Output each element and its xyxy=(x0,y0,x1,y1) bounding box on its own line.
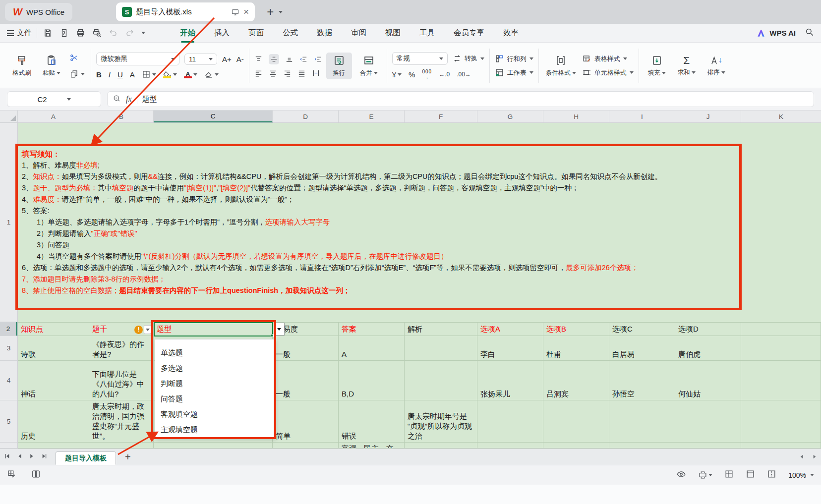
increase-indent-button[interactable] xyxy=(314,55,322,63)
cell-G4[interactable]: 张扬果儿 xyxy=(477,361,543,400)
print-area-icon[interactable] xyxy=(698,470,712,480)
dropdown-item-问答题[interactable]: 问答题 xyxy=(155,391,274,406)
decrease-indent-button[interactable] xyxy=(299,55,308,63)
font-color-button[interactable]: A xyxy=(184,71,197,78)
header-cell-I[interactable]: 选项C xyxy=(609,322,675,336)
cell-E3[interactable]: A xyxy=(339,336,405,361)
column-header-D[interactable]: D xyxy=(273,111,339,122)
header-dropdown-icon[interactable] xyxy=(144,325,151,334)
menu-tab-审阅[interactable]: 审阅 xyxy=(350,24,367,42)
next-sheet-icon[interactable] xyxy=(29,452,35,461)
warning-icon[interactable]: ! xyxy=(134,326,143,334)
format-painter-button[interactable]: 格式刷 xyxy=(9,53,35,79)
tab-list-chevron-icon[interactable] xyxy=(279,11,283,13)
redo-icon[interactable] xyxy=(125,28,134,38)
menu-tab-开始[interactable]: 开始 xyxy=(179,24,196,42)
cell-E4[interactable]: B,D xyxy=(339,361,405,400)
row-header-2[interactable]: 2 xyxy=(0,322,17,336)
eraser-button[interactable] xyxy=(204,70,219,79)
new-tab-button[interactable]: + xyxy=(267,7,274,17)
cell-H6[interactable] xyxy=(543,443,609,448)
cell-B6[interactable] xyxy=(89,443,154,448)
cell-J6[interactable] xyxy=(675,443,741,448)
close-tab-icon[interactable]: × xyxy=(243,6,249,17)
align-right-button[interactable] xyxy=(283,69,292,77)
cell-B3[interactable]: 《静夜思》的作者是? xyxy=(89,336,154,361)
select-all-corner[interactable] xyxy=(0,111,18,122)
cell-C6[interactable] xyxy=(154,443,273,448)
bold-button[interactable]: B xyxy=(96,70,102,79)
wps-office-button[interactable]: W WPS Office xyxy=(5,3,72,21)
workbook-icon[interactable] xyxy=(31,469,41,481)
cell-F5[interactable]: 唐太宗时期年号是“贞观”所以称为贞观之治 xyxy=(405,400,477,443)
save-icon[interactable] xyxy=(43,28,53,38)
column-header-C[interactable]: C xyxy=(154,111,273,122)
cell-dropdown-button[interactable] xyxy=(274,323,285,336)
header-cell-A[interactable]: 知识点 xyxy=(18,322,89,336)
cell-A6[interactable] xyxy=(18,443,89,448)
cell-F6[interactable] xyxy=(405,443,477,448)
font-name-select[interactable]: 微软雅黑 xyxy=(96,53,179,65)
copy-button[interactable] xyxy=(68,68,86,80)
cut-button[interactable] xyxy=(68,52,80,63)
wrap-text-button[interactable]: 换行 xyxy=(326,53,352,79)
export-pdf-icon[interactable] xyxy=(59,28,69,38)
cell-H4[interactable]: 吕洞宾 xyxy=(543,361,609,400)
table-style-button[interactable]: 表格样式 xyxy=(582,54,634,63)
last-sheet-icon[interactable] xyxy=(41,452,48,461)
menu-tab-页面[interactable]: 页面 xyxy=(247,24,265,42)
sum-button[interactable]: Σ 求和 xyxy=(674,53,700,79)
search-icon[interactable] xyxy=(805,27,814,39)
cell-K3[interactable] xyxy=(741,336,821,361)
cell-I6[interactable] xyxy=(609,443,675,448)
dropdown-item-判断题[interactable]: 判断题 xyxy=(155,376,274,391)
dropdown-item-多选题[interactable]: 多选题 xyxy=(155,360,274,376)
column-header-B[interactable]: B xyxy=(89,111,154,122)
percent-format-button[interactable]: % xyxy=(409,70,415,79)
formula-input[interactable]: fx 题型 xyxy=(107,91,814,107)
fill-color-button[interactable] xyxy=(163,71,177,78)
decrease-decimal-button[interactable]: .00→ xyxy=(457,71,471,78)
cell-F4[interactable] xyxy=(405,361,477,400)
cell-A4[interactable]: 神话 xyxy=(18,361,89,400)
increase-font-button[interactable]: A+ xyxy=(222,55,232,63)
rows-columns-button[interactable]: 行和列 xyxy=(495,54,533,63)
column-header-I[interactable]: I xyxy=(609,111,675,122)
cell-D4[interactable]: 一般 xyxy=(273,361,339,400)
menu-tab-公式[interactable]: 公式 xyxy=(282,24,299,42)
cell-B5[interactable]: 唐太宗时期，政治清明，国力强盛史称“开元盛世”。 xyxy=(89,400,154,443)
cell-F3[interactable] xyxy=(405,336,477,361)
header-cell-K[interactable] xyxy=(741,322,821,336)
column-header-H[interactable]: H xyxy=(543,111,609,122)
menu-tab-会员专享[interactable]: 会员专享 xyxy=(453,24,485,42)
align-bottom-button[interactable] xyxy=(285,55,293,63)
cell-I4[interactable]: 孙悟空 xyxy=(609,361,675,400)
menu-tab-视图[interactable]: 视图 xyxy=(384,24,402,42)
cell-D5[interactable]: 简单 xyxy=(273,400,339,443)
page-layout-view-icon[interactable] xyxy=(746,469,755,481)
scroll-left-icon[interactable] xyxy=(799,452,805,461)
document-tab[interactable]: S 题目导入模板.xls × xyxy=(116,2,255,21)
undo-icon[interactable] xyxy=(109,28,118,38)
cell-I3[interactable]: 白居易 xyxy=(609,336,675,361)
cell-J5[interactable] xyxy=(675,400,741,443)
cell-E5[interactable]: 错误 xyxy=(339,400,405,443)
row-header-6[interactable] xyxy=(0,443,17,448)
file-menu-button[interactable]: 文件 xyxy=(7,28,32,38)
row-header-5[interactable]: 5 xyxy=(0,400,17,443)
zoom-formula-icon[interactable] xyxy=(113,94,121,105)
header-cell-B[interactable]: 题干! xyxy=(89,322,154,336)
name-box[interactable]: C2 xyxy=(7,91,101,107)
column-header-K[interactable]: K xyxy=(741,111,821,122)
currency-format-button[interactable]: ¥ xyxy=(392,70,402,79)
header-cell-E[interactable]: 答案 xyxy=(339,322,405,336)
cell-K6[interactable] xyxy=(741,443,821,448)
row-header-3[interactable]: 3 xyxy=(0,336,17,361)
print-preview-icon[interactable] xyxy=(92,28,102,38)
underline-button[interactable]: U xyxy=(117,70,123,79)
align-top-button[interactable] xyxy=(254,55,263,63)
row-header-4[interactable]: 4 xyxy=(0,361,17,400)
wps-ai-button[interactable]: WPS AI xyxy=(756,28,796,38)
sheet-tab[interactable]: 题目导入模板 xyxy=(56,451,116,465)
header-cell-H[interactable]: 选项B xyxy=(543,322,609,336)
